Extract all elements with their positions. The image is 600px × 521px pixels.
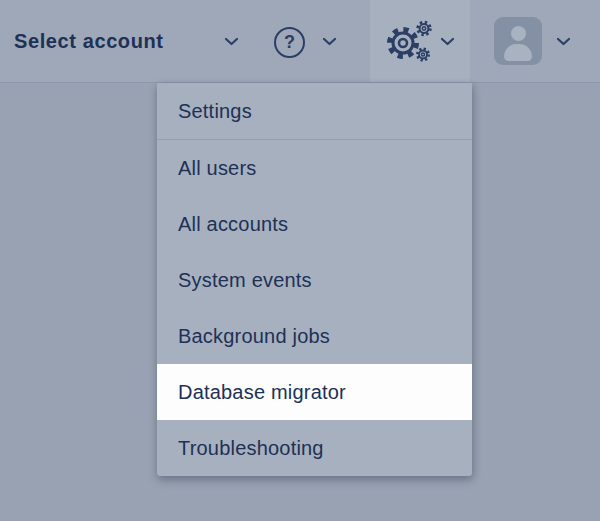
settings-dropdown-menu: Settings All users All accounts System e…: [157, 83, 472, 476]
chevron-down-icon[interactable]: [224, 37, 239, 46]
menu-item-all-accounts[interactable]: All accounts: [157, 196, 472, 252]
help-question-glyph: ?: [284, 33, 295, 51]
admin-page: Select account ?: [0, 0, 600, 521]
account-selector-label: Select account: [14, 30, 164, 53]
chevron-down-icon[interactable]: [556, 37, 571, 46]
user-menu-trigger[interactable]: [494, 0, 590, 82]
menu-item-database-migrator[interactable]: Database migrator: [157, 364, 472, 420]
menu-item-troubleshooting[interactable]: Troubleshooting: [157, 420, 472, 476]
menu-item-all-users[interactable]: All users: [157, 140, 472, 196]
menu-item-system-events[interactable]: System events: [157, 252, 472, 308]
account-selector-dropdown[interactable]: Select account: [14, 0, 164, 82]
top-navigation-bar: Select account ?: [0, 0, 600, 83]
menu-item-settings[interactable]: Settings: [157, 83, 472, 140]
user-avatar-icon: [494, 17, 542, 65]
avatar-head-shape: [511, 26, 526, 41]
gears-icon: [382, 17, 434, 65]
menu-item-background-jobs[interactable]: Background jobs: [157, 308, 472, 364]
help-circle-icon[interactable]: ?: [274, 27, 305, 58]
settings-menu-trigger[interactable]: [370, 0, 470, 82]
chevron-down-icon: [440, 37, 455, 46]
avatar-shoulders-shape: [504, 44, 532, 61]
chevron-down-icon[interactable]: [322, 37, 337, 46]
